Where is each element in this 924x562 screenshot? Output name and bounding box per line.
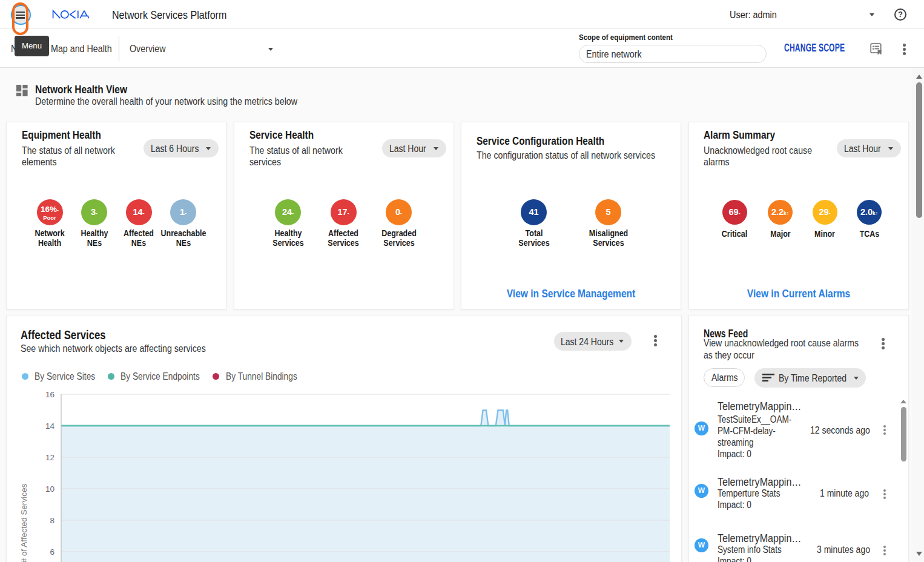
svg-text:12: 12 bbox=[45, 453, 54, 462]
svg-text:# of Affected Services: # of Affected Services bbox=[19, 484, 28, 562]
svg-text:8: 8 bbox=[50, 516, 54, 525]
svg-text:6: 6 bbox=[50, 547, 54, 557]
svg-text:14: 14 bbox=[45, 422, 55, 431]
svg-text:16: 16 bbox=[45, 390, 54, 399]
svg-text:10: 10 bbox=[45, 484, 54, 494]
